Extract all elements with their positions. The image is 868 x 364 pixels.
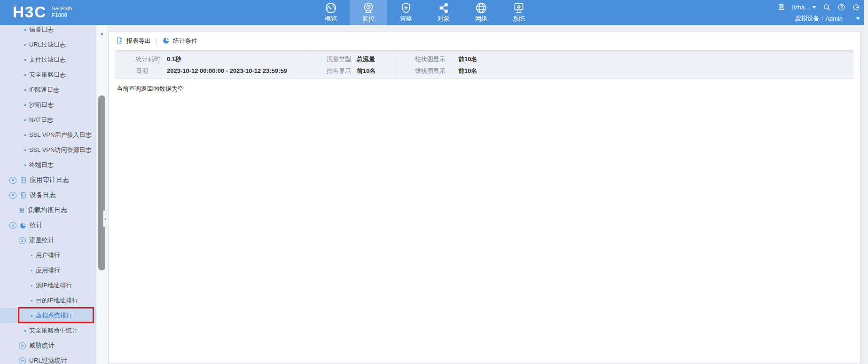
sidebar-item-label: 安全策略日志 <box>29 71 66 79</box>
nav-tab-label: 概览 <box>312 15 350 23</box>
sidebar-item-label: URL过滤统计 <box>29 356 67 364</box>
save-icon[interactable] <box>778 3 785 11</box>
sidebar-item-label: 安全策略命中统计 <box>29 326 78 335</box>
device-log-icon <box>20 192 27 199</box>
bullet-icon <box>24 135 26 136</box>
chevron-right-circle-icon: » <box>19 357 26 364</box>
brand: H3C SecPath F1000 <box>13 3 72 22</box>
bullet-icon <box>31 270 32 271</box>
bullet-icon <box>31 300 32 301</box>
bullet-icon <box>24 44 26 46</box>
sidebar-item-url-filter-statistics[interactable]: »URL过滤统计 <box>0 353 96 364</box>
collapse-left-icon: ◂ <box>104 217 106 221</box>
summary-value: 前10名 <box>458 65 477 77</box>
sidebar-item-statistics[interactable]: »统计 <box>0 218 96 233</box>
sidebar-item-sslvpn-resource-access-log[interactable]: SSL VPN访问资源日志 <box>0 142 96 158</box>
sidebar-item-security-policy-log[interactable]: 安全策略日志 <box>0 67 96 82</box>
sidebar-item-traffic-statistics[interactable]: »流量统计 <box>0 233 96 248</box>
nav-tab-object[interactable]: 对象 <box>425 0 462 25</box>
report-export-button[interactable]: 报表导出 <box>116 37 151 46</box>
summary-row: 排名显示前10名 <box>327 65 395 77</box>
sidebar-item-virtual-system-ranking[interactable]: 虚拟系统排行 <box>0 308 96 323</box>
chevron-down-circle-icon: » <box>9 222 16 229</box>
summary-value: 0.1秒 <box>167 53 181 65</box>
sidebar-item-threat-statistics[interactable]: »威胁统计 <box>0 338 96 353</box>
sidebar-item-reputation-log[interactable]: 信誉日志 <box>0 25 96 37</box>
sidebar-item-sandbox-log[interactable]: 沙箱日志 <box>0 97 96 112</box>
sidebar-item-load-balance-log[interactable]: 负载均衡日志 <box>0 203 96 218</box>
caret-down-icon <box>856 17 860 20</box>
bullet-icon <box>24 119 26 121</box>
summary-row: 柱状图显示前10名 <box>415 53 853 65</box>
nav-tab-monitor[interactable]: 监控 <box>350 0 387 25</box>
sidebar-item-label: 设备日志 <box>30 191 56 199</box>
summary-label: 日期 <box>136 65 167 77</box>
user-area: lizha... 虚拟设备： Admin <box>778 2 860 23</box>
summary-value: 总流量 <box>357 53 375 65</box>
export-icon <box>116 37 124 46</box>
logout-icon[interactable] <box>852 3 860 11</box>
stats-pie-icon <box>20 222 27 229</box>
sidebar-item-label: IP限速日志 <box>29 86 59 94</box>
sidebar-scrollbar[interactable]: ▲ <box>96 25 108 364</box>
chevron-right-circle-icon: » <box>9 177 16 184</box>
nav-tab-label: 网络 <box>462 15 500 23</box>
nav-tab-system[interactable]: 系统 <box>500 0 538 25</box>
sidebar-item-ip-rate-limit-log[interactable]: IP限速日志 <box>0 82 96 97</box>
caret-down-icon <box>812 6 816 9</box>
sidebar-item-label: 沙箱日志 <box>29 101 54 109</box>
sidebar-item-label: 信誉日志 <box>29 25 54 34</box>
virtual-device-label: 虚拟设备： <box>795 14 825 23</box>
summary-label: 流量类型 <box>327 53 357 65</box>
summary-row: 日期2023-10-12 00:00:00 - 2023-10-12 23:59… <box>136 65 306 77</box>
sidebar-item-dst-ip-ranking[interactable]: 目的IP地址排行 <box>0 293 96 308</box>
sidebar-item-label: 流量统计 <box>29 236 55 245</box>
help-icon[interactable] <box>837 3 845 11</box>
sidebar-item-label: 应用审计日志 <box>30 176 69 184</box>
system-icon <box>512 1 525 15</box>
sidebar-item-sslvpn-user-access-log[interactable]: SSL VPN用户接入日志 <box>0 127 96 142</box>
nav-tab-network[interactable]: 网络 <box>462 0 500 25</box>
share-icon <box>437 1 450 15</box>
h3c-logo: H3C <box>13 3 47 22</box>
sidebar-item-label: 负载均衡日志 <box>28 206 67 214</box>
sidebar-item-device-log[interactable]: »设备日志 <box>0 188 96 203</box>
bullet-icon <box>31 315 32 317</box>
sidebar-item-user-ranking[interactable]: 用户排行 <box>0 248 96 263</box>
sidebar-item-label: SSL VPN访问资源日志 <box>29 146 91 154</box>
summary-row: 饼状图显示前10名 <box>415 65 853 77</box>
summary-value: 前10名 <box>357 65 375 77</box>
sidebar-item-app-audit-log[interactable]: »应用审计日志 <box>0 173 96 188</box>
sidebar-item-url-filter-log[interactable]: URL过滤日志 <box>0 37 96 52</box>
bullet-icon <box>31 255 32 256</box>
sidebar-collapse-handle[interactable]: ◂ <box>103 210 107 227</box>
sidebar-item-endpoint-log[interactable]: 终端日志 <box>0 158 96 173</box>
bullet-icon <box>24 104 26 106</box>
sidebar-menu: 信誉日志URL过滤日志文件过滤日志安全策略日志IP限速日志沙箱日志NAT日志SS… <box>0 25 96 364</box>
user-menu[interactable]: lizha... <box>792 4 816 11</box>
scrollbar-thumb[interactable] <box>98 95 105 270</box>
nav-tab-policy[interactable]: 策略 <box>387 0 425 25</box>
nav-tab-overview[interactable]: 概览 <box>312 0 350 25</box>
sidebar-item-app-ranking[interactable]: 应用排行 <box>0 263 96 278</box>
summary-col3: 柱状图显示前10名饼状图显示前10名 <box>395 53 853 78</box>
sidebar-item-nat-log[interactable]: NAT日志 <box>0 112 96 127</box>
sidebar-item-src-ip-ranking[interactable]: 源IP地址排行 <box>0 278 96 293</box>
sidebar-item-label: URL过滤日志 <box>29 40 66 49</box>
sidebar-item-label: SSL VPN用户接入日志 <box>29 131 91 139</box>
scroll-up-icon[interactable]: ▲ <box>96 31 108 36</box>
main-region: 报表导出 统计条件 统计耗时0.1秒日期2023-10-12 00:00:00 … <box>108 25 864 364</box>
statistics-summary-panel: 统计耗时0.1秒日期2023-10-12 00:00:00 - 2023-10-… <box>116 50 853 79</box>
statistic-conditions-button[interactable]: 统计条件 <box>163 37 197 46</box>
sidebar-item-label: 威胁统计 <box>29 341 55 350</box>
sidebar-item-security-policy-hit-statistics[interactable]: 安全策略命中统计 <box>0 323 96 338</box>
virtual-device-selector[interactable]: 虚拟设备： Admin <box>778 14 860 23</box>
top-bar: H3C SecPath F1000 概览监控策略对象网络系统 lizha... … <box>0 0 864 25</box>
sidebar-item-file-filter-log[interactable]: 文件过滤日志 <box>0 52 96 67</box>
empty-result-message: 当前查询返回的数据为空 <box>117 85 852 93</box>
summary-label: 柱状图显示 <box>415 53 458 65</box>
nav-tab-label: 监控 <box>350 15 387 23</box>
user-name-label: lizha... <box>792 4 810 11</box>
summary-col1: 统计耗时0.1秒日期2023-10-12 00:00:00 - 2023-10-… <box>116 53 306 78</box>
search-icon[interactable] <box>823 3 831 11</box>
